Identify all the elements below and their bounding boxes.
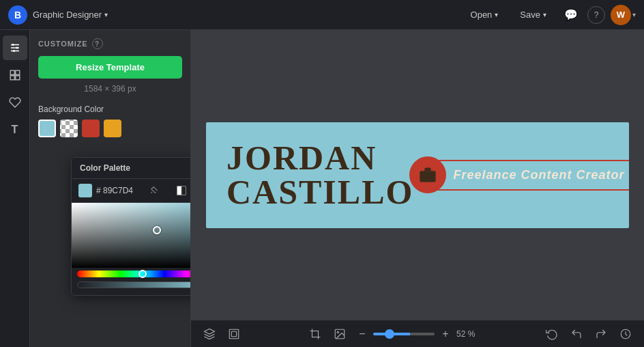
text-icon: T bbox=[12, 124, 18, 136]
zoom-controls: − + 52 % bbox=[354, 326, 481, 342]
svg-rect-11 bbox=[181, 186, 186, 195]
subtitle-text: Freelance Content Creator bbox=[453, 168, 624, 182]
undo-button[interactable] bbox=[566, 324, 587, 344]
image-icon bbox=[334, 328, 346, 340]
color-picker-dot[interactable] bbox=[153, 226, 161, 234]
hue-slider-container bbox=[72, 268, 191, 280]
avatar-chevron: ▾ bbox=[632, 11, 636, 18]
help-section-icon[interactable]: ? bbox=[92, 38, 103, 49]
sidebar-item-favorites[interactable] bbox=[3, 90, 27, 115]
user-avatar: W bbox=[611, 5, 631, 25]
popup-title: Color Palette bbox=[72, 158, 191, 179]
svg-rect-7 bbox=[15, 70, 19, 74]
save-button[interactable]: Save ▾ bbox=[512, 6, 555, 23]
help-icon: ? bbox=[594, 10, 599, 20]
svg-point-21 bbox=[337, 331, 338, 333]
bg-color-label: Background Color bbox=[38, 105, 182, 114]
user-menu[interactable]: W ▾ bbox=[611, 5, 636, 25]
design-subtitle-area: Freelance Content Creator bbox=[434, 160, 629, 191]
hue-thumb[interactable] bbox=[138, 270, 147, 278]
swatch-teal[interactable] bbox=[38, 120, 56, 137]
save-chevron: ▾ bbox=[543, 11, 546, 18]
alpha-slider-container bbox=[72, 280, 191, 292]
zoom-plus-button[interactable]: + bbox=[437, 326, 454, 342]
app-logo[interactable]: B bbox=[8, 5, 27, 25]
icon-bar: T bbox=[0, 30, 30, 347]
sidebar-item-text[interactable]: T bbox=[3, 117, 27, 142]
svg-rect-17 bbox=[229, 329, 239, 339]
side-panel: CUSTOMIZE ? Resize Template 1584 × 396 p… bbox=[30, 30, 191, 347]
svg-point-4 bbox=[16, 47, 18, 49]
app-title-chevron: ▾ bbox=[104, 11, 108, 18]
svg-marker-16 bbox=[205, 329, 215, 334]
eyedropper-button[interactable] bbox=[148, 184, 160, 198]
app-title-text: Graphic Designer bbox=[33, 10, 102, 20]
svg-point-15 bbox=[426, 174, 430, 178]
rotate-button[interactable] bbox=[542, 324, 562, 344]
swatch-red[interactable] bbox=[82, 120, 100, 137]
dimensions-display: 1584 × 396 px bbox=[38, 84, 182, 94]
design-preview: JORDAN CASTILLO Freelance Content Creato… bbox=[206, 122, 629, 228]
frames-button[interactable] bbox=[224, 324, 244, 344]
help-button[interactable]: ? bbox=[587, 6, 605, 24]
crop-button[interactable] bbox=[305, 324, 325, 344]
design-title-text: JORDAN CASTILLO bbox=[226, 141, 420, 209]
sidebar-item-customize[interactable] bbox=[3, 36, 27, 60]
chat-icon: 💬 bbox=[564, 8, 578, 21]
hue-bar[interactable] bbox=[77, 270, 191, 277]
sidebar-item-grid[interactable] bbox=[3, 63, 27, 87]
zoom-slider[interactable] bbox=[373, 333, 435, 335]
layers-button[interactable] bbox=[199, 324, 220, 344]
history-icon bbox=[619, 328, 632, 340]
image-button[interactable] bbox=[330, 324, 350, 344]
svg-point-3 bbox=[12, 44, 14, 46]
alpha-bar[interactable] bbox=[77, 281, 191, 288]
hex-row bbox=[72, 179, 191, 203]
color-palette-popup: Color Palette bbox=[71, 157, 191, 296]
undo-icon bbox=[570, 328, 583, 340]
gradient-picker[interactable] bbox=[72, 203, 191, 268]
save-label: Save bbox=[520, 10, 540, 20]
swatch-orange[interactable] bbox=[104, 120, 121, 137]
svg-rect-19 bbox=[312, 331, 319, 337]
svg-rect-8 bbox=[10, 76, 14, 80]
color-preview-swatch bbox=[78, 184, 92, 197]
canvas-workspace[interactable]: JORDAN CASTILLO Freelance Content Creato… bbox=[191, 30, 644, 320]
crop-icon bbox=[309, 328, 321, 340]
hex-input[interactable] bbox=[96, 186, 144, 195]
app-title[interactable]: Graphic Designer ▾ bbox=[33, 10, 108, 20]
subtitle-box: Freelance Content Creator bbox=[434, 160, 629, 191]
svg-point-5 bbox=[13, 50, 15, 52]
camera-icon bbox=[418, 165, 437, 184]
redo-button[interactable] bbox=[591, 324, 611, 344]
frames-icon bbox=[228, 328, 240, 340]
svg-rect-9 bbox=[15, 76, 19, 80]
zoom-minus-button[interactable]: − bbox=[354, 326, 370, 342]
mode-bw-button[interactable] bbox=[174, 183, 189, 198]
open-label: Open bbox=[471, 10, 493, 20]
history-button[interactable] bbox=[615, 324, 636, 344]
canvas-area: JORDAN CASTILLO Freelance Content Creato… bbox=[191, 30, 644, 347]
layers-icon bbox=[203, 328, 216, 340]
open-button[interactable]: Open ▾ bbox=[463, 6, 507, 23]
mode-buttons bbox=[174, 183, 191, 198]
top-nav: B Graphic Designer ▾ Open ▾ Save ▾ 💬 ? W… bbox=[0, 0, 644, 30]
svg-rect-18 bbox=[231, 331, 237, 337]
rotate-icon bbox=[546, 328, 558, 340]
svg-rect-10 bbox=[177, 186, 181, 195]
open-chevron: ▾ bbox=[495, 11, 498, 18]
section-header: CUSTOMIZE ? bbox=[38, 38, 182, 49]
main-area: T CUSTOMIZE ? Resize Template 1584 × 396… bbox=[0, 30, 644, 347]
redo-icon bbox=[595, 328, 607, 340]
svg-rect-6 bbox=[10, 70, 14, 74]
color-swatches bbox=[38, 120, 182, 137]
eyedropper-icon bbox=[149, 185, 159, 195]
chat-button[interactable]: 💬 bbox=[560, 4, 582, 26]
swatch-transparent[interactable] bbox=[60, 120, 78, 137]
zoom-percentage: 52 % bbox=[456, 329, 481, 339]
gradient-black-overlay bbox=[72, 203, 191, 268]
section-title-text: CUSTOMIZE bbox=[38, 40, 88, 48]
bw-icon bbox=[177, 186, 186, 195]
resize-template-button[interactable]: Resize Template bbox=[38, 56, 182, 79]
bottom-bar: − + 52 % bbox=[191, 320, 644, 347]
